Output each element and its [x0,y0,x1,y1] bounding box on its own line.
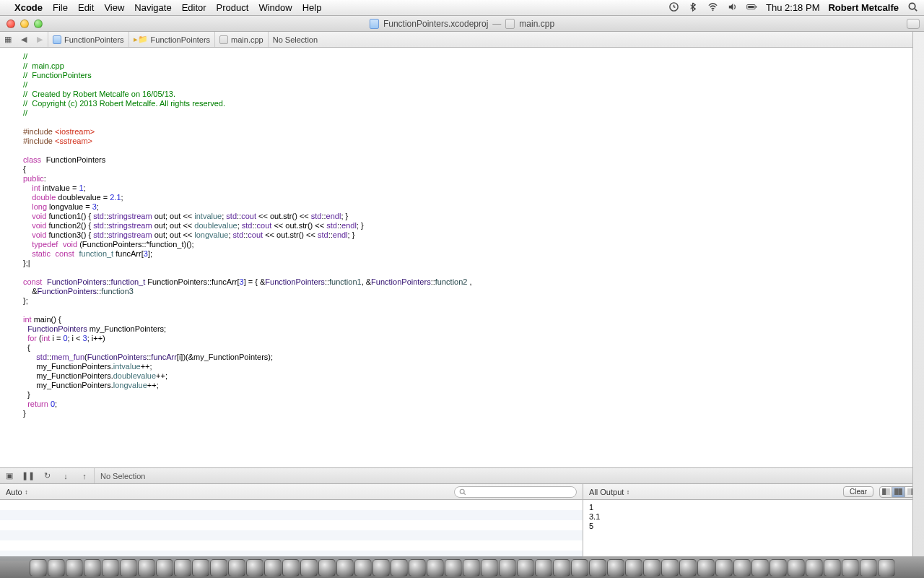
dock-item[interactable] [427,559,444,577]
dock-item[interactable] [391,559,408,577]
file-name: main.cpp [519,19,554,29]
console-line: 1 [589,503,593,512]
dock-item[interactable] [156,559,173,577]
menu-navigate[interactable]: Navigate [134,2,171,13]
dock-item[interactable] [210,559,227,577]
volume-icon[interactable] [727,1,738,14]
forward-button[interactable]: ▶ [32,35,48,44]
dock-item[interactable] [138,559,155,577]
jump-group[interactable]: ▸📁FunctionPointers [128,32,215,47]
dock-item[interactable] [354,559,372,577]
menu-product[interactable]: Product [217,2,249,13]
dock-item[interactable] [84,559,101,577]
variables-view[interactable] [0,500,583,556]
clear-console-button[interactable]: Clear [843,486,873,497]
spotlight-icon[interactable] [907,1,918,14]
dock-item[interactable] [571,559,588,577]
macos-menubar: Xcode File Edit View Navigate Editor Pro… [0,0,924,16]
dock-item[interactable] [517,559,534,577]
dock-item[interactable] [806,559,823,577]
minimize-button[interactable] [20,20,29,28]
dock-item[interactable] [643,559,661,577]
dock-item[interactable] [228,559,245,577]
window-title: FunctionPointers.xcodeproj — main.cpp [370,19,554,29]
jump-project[interactable]: FunctionPointers [48,32,128,47]
app-menu[interactable]: Xcode [14,2,43,13]
menu-window[interactable]: Window [258,2,292,13]
menubar-clock[interactable]: Thu 2:18 PM [766,2,819,13]
dock-item[interactable] [246,559,263,577]
dock-item[interactable] [120,559,137,577]
jump-symbol[interactable]: No Selection [268,32,322,47]
toggle-debug-button[interactable]: ▣ [0,471,19,480]
output-scope-popup[interactable]: All Output [589,488,629,496]
dock-item[interactable] [102,559,119,577]
zoom-button[interactable] [34,20,43,28]
close-button[interactable] [6,20,15,28]
dock-item[interactable] [661,559,679,577]
variables-filter-field[interactable] [454,486,577,498]
dock-item[interactable] [553,559,570,577]
step-over-button[interactable]: ↻ [38,471,56,480]
dock-item[interactable] [770,559,787,577]
dock-item[interactable] [372,559,390,577]
svg-point-1 [712,9,714,11]
dock-item[interactable] [264,559,282,577]
dock-item[interactable] [824,559,841,577]
show-both-button[interactable] [892,486,905,498]
dock-item[interactable] [589,559,606,577]
dock-item[interactable] [607,559,624,577]
code-editor[interactable]: // // main.cpp // FunctionPointers // //… [0,48,924,468]
window-titlebar: FunctionPointers.xcodeproj — main.cpp [0,16,924,32]
fullscreen-button[interactable] [907,19,920,29]
dock-item[interactable] [697,559,715,577]
dock-item[interactable] [66,559,83,577]
menu-editor[interactable]: Editor [182,2,206,13]
dock-item[interactable] [715,559,733,577]
dock-item[interactable] [860,559,877,577]
related-items-button[interactable]: ▦ [0,35,16,44]
pause-button[interactable]: ❚❚ [19,471,38,480]
menu-file[interactable]: File [53,2,68,13]
dock-item[interactable] [751,559,769,577]
dock-item[interactable] [842,559,859,577]
menubar-user[interactable]: Robert Metcalfe [828,2,899,13]
dock-item[interactable] [409,559,426,577]
dock-item[interactable] [733,559,751,577]
wifi-icon[interactable] [707,1,718,14]
dock-item[interactable] [336,559,354,577]
dock-item[interactable] [535,559,552,577]
step-out-button[interactable]: ↑ [75,472,94,480]
variables-scope-popup[interactable]: Auto [6,488,27,496]
dock-item[interactable] [30,559,47,577]
dock-item[interactable] [625,559,642,577]
jump-file[interactable]: main.cpp [214,32,268,47]
menu-help[interactable]: Help [302,2,322,13]
dock-item[interactable] [445,559,462,577]
console-output[interactable]: 1 3.1 5 [583,500,924,556]
dock-item[interactable] [192,559,209,577]
step-in-button[interactable]: ↓ [56,472,75,480]
dock-item[interactable] [788,559,805,577]
project-name: FunctionPointers.xcodeproj [383,19,488,29]
dock[interactable]: document.write(Array.from({length:48}).m… [0,556,924,578]
dock-item[interactable] [300,559,318,577]
show-variables-only-button[interactable] [879,486,892,498]
utilities-collapsed[interactable] [912,32,924,556]
dock-item[interactable] [318,559,336,577]
menu-view[interactable]: View [104,2,124,13]
dock-item[interactable] [48,559,65,577]
battery-icon[interactable] [746,1,757,14]
back-button[interactable]: ◀ [16,35,32,44]
menu-edit[interactable]: Edit [78,2,94,13]
dock-item[interactable] [282,559,300,577]
dock-item[interactable] [463,559,480,577]
dock-item[interactable] [679,559,697,577]
dock-item[interactable] [481,559,498,577]
dock-item[interactable] [174,559,191,577]
dock-item[interactable] [878,559,895,577]
timemachine-icon[interactable] [668,1,679,14]
svg-rect-4 [756,6,757,7]
dock-item[interactable] [499,559,516,577]
bluetooth-icon[interactable] [688,1,699,14]
